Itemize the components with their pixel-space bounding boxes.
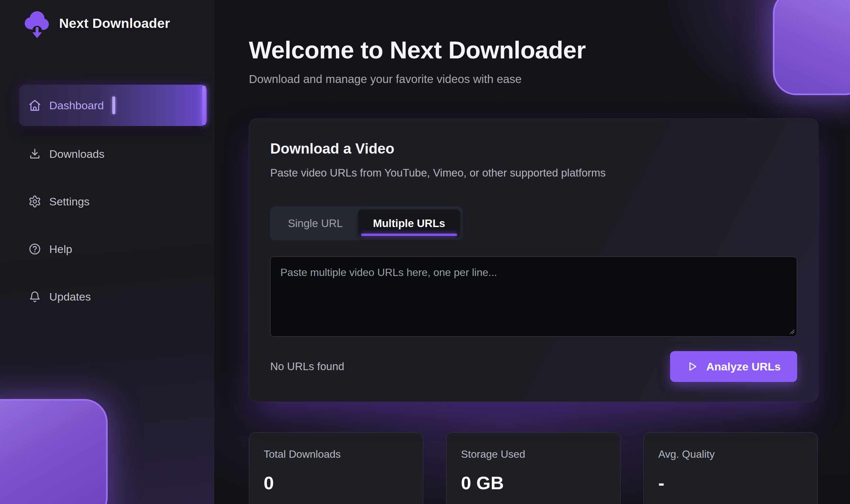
url-mode-tabs: Single URL Multiple URLs (270, 207, 463, 240)
stat-label: Avg. Quality (658, 448, 803, 461)
stat-value: - (658, 472, 803, 493)
tab-multiple-urls[interactable]: Multiple URLs (358, 209, 460, 237)
help-circle-icon (28, 242, 41, 256)
sidebar-item-downloads[interactable]: Downloads (19, 134, 207, 174)
tab-single-url[interactable]: Single URL (273, 209, 358, 237)
page-subtitle: Download and manage your favorite videos… (249, 73, 818, 86)
analyze-urls-label: Analyze URLs (706, 360, 781, 373)
sidebar-item-help[interactable]: Help (19, 229, 207, 269)
app-logo: Next Downloader (0, 0, 214, 39)
app-title: Next Downloader (59, 16, 170, 31)
resize-handle-icon[interactable] (789, 328, 795, 335)
url-textarea[interactable] (270, 257, 797, 337)
stat-value: 0 (264, 472, 408, 493)
sidebar-item-label: Updates (49, 290, 91, 303)
sidebar-item-label: Help (49, 243, 72, 256)
sidebar-nav: Dashboard Downloads (19, 85, 207, 316)
sidebar: Next Downloader Dashboard (0, 0, 214, 504)
text-cursor (112, 96, 115, 114)
app-window: Next Downloader Dashboard (0, 0, 850, 504)
status-text: No URLs found (270, 360, 344, 373)
content-area: Welcome to Next Downloader Download and … (214, 0, 850, 504)
sidebar-item-updates[interactable]: Updates (19, 277, 207, 316)
play-icon (687, 361, 698, 373)
active-indicator (202, 86, 206, 125)
sidebar-item-label: Dashboard (49, 99, 104, 112)
stat-value: 0 GB (461, 472, 606, 493)
sidebar-item-dashboard[interactable]: Dashboard (19, 85, 207, 126)
stat-card-storage-used: Storage Used 0 GB (446, 432, 620, 504)
bell-icon (28, 290, 41, 303)
cloud-download-logo-icon (20, 7, 53, 39)
stat-label: Storage Used (461, 448, 606, 461)
stat-card-avg-quality: Avg. Quality - (643, 432, 818, 504)
sidebar-item-settings[interactable]: Settings (19, 182, 207, 221)
stats-row: Total Downloads 0 Storage Used 0 GB Avg.… (249, 432, 818, 504)
download-card-subtitle: Paste video URLs from YouTube, Vimeo, or… (270, 167, 797, 179)
page-title: Welcome to Next Downloader (249, 36, 818, 64)
download-icon (28, 147, 41, 160)
stat-card-total-downloads: Total Downloads 0 (249, 432, 423, 504)
download-card: Download a Video Paste video URLs from Y… (249, 119, 818, 402)
sidebar-item-label: Settings (49, 195, 90, 208)
stat-label: Total Downloads (264, 448, 408, 461)
url-textarea-wrap (270, 257, 797, 337)
download-card-footer: No URLs found Analyze URLs (270, 351, 797, 382)
home-icon (28, 99, 41, 112)
sidebar-item-label: Downloads (49, 148, 104, 160)
gear-icon (28, 195, 41, 208)
analyze-urls-button[interactable]: Analyze URLs (670, 351, 797, 382)
decorative-shape-bottom-left (0, 399, 108, 504)
main-content: Welcome to Next Downloader Download and … (214, 0, 850, 504)
download-card-title: Download a Video (270, 141, 797, 157)
